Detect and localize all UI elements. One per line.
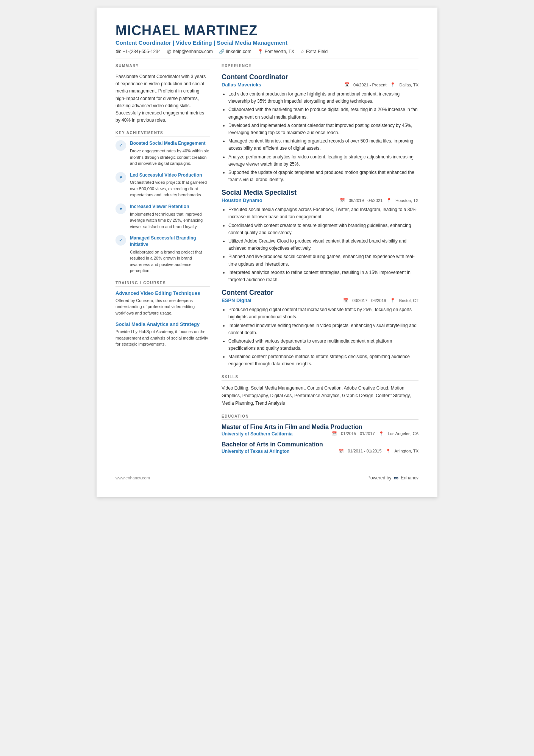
right-column: EXPERIENCE Content Coordinator Dallas Ma… — [222, 64, 418, 459]
summary-text: Passionate Content Coordinator with 3 ye… — [116, 73, 210, 124]
achievement-content-2: Led Successful Video Production Orchestr… — [130, 172, 210, 198]
job-meta-3: ESPN Digital 📅 03/2017 - 06/2019 📍 Brist… — [222, 297, 418, 303]
bullet-2-5: Interpreted analytics reports to refine … — [228, 269, 418, 283]
job-title-2: Social Media Specialist — [222, 189, 418, 197]
calendar-icon-1: 📅 — [344, 82, 350, 87]
job-dates-3: 📅 03/2017 - 06/2019 📍 Bristol, CT — [343, 298, 418, 303]
course-desc-1: Offered by Coursera, this course deepens… — [116, 297, 210, 316]
edu-dates-1: 📅 01/2015 - 01/2017 📍 Los Angeles, CA — [332, 431, 418, 436]
skills-section-title: SKILLS — [222, 375, 418, 380]
achievement-icon-check-1: ✓ — [116, 140, 126, 151]
achievement-icon-check-2: ✓ — [116, 235, 126, 246]
bullet-1-6: Supported the update of graphic template… — [228, 169, 418, 183]
footer-logo: Powered by ∞ Enhancv — [367, 474, 418, 482]
achievement-desc-2: Orchestrated video projects that garnere… — [130, 179, 210, 198]
education-section-title: EDUCATION — [222, 414, 418, 420]
footer: www.enhancv.com Powered by ∞ Enhancv — [116, 470, 418, 482]
bullet-1-2: Collaborated with the marketing team to … — [228, 106, 418, 121]
job-bullets-2: Executed social media campaigns across F… — [222, 206, 418, 283]
achievement-desc-3: Implemented techniques that improved ave… — [130, 211, 210, 230]
contact-phone: ☎ +1-(234)-555-1234 — [116, 49, 161, 54]
left-column: SUMMARY Passionate Content Coordinator w… — [116, 64, 210, 459]
edu-calendar-icon-1: 📅 — [332, 431, 337, 436]
bullet-2-3: Utilized Adobe Creative Cloud to produce… — [228, 238, 418, 252]
achievement-item-4: ✓ Managed Successful Branding Initiative… — [116, 235, 210, 274]
achievements-section-title: KEY ACHIEVEMENTS — [116, 131, 210, 136]
location-icon: 📍 — [258, 49, 263, 54]
bullet-1-5: Analyze performance analytics for video … — [228, 153, 418, 168]
bullet-3-4: Maintained content performance metrics t… — [228, 353, 418, 368]
contact-bar: ☎ +1-(234)-555-1234 @ help@enhancv.com 🔗… — [116, 49, 418, 58]
edu-pin-icon-1: 📍 — [379, 431, 384, 436]
job-dates-2: 📅 06/2019 - 04/2021 📍 Houston, TX — [340, 198, 418, 203]
brand-name: Enhancv — [401, 475, 418, 481]
contact-location: 📍 Fort Worth, TX — [258, 49, 294, 54]
summary-section-title: SUMMARY — [116, 64, 210, 69]
calendar-icon-3: 📅 — [343, 298, 348, 303]
achievement-title-2: Led Successful Video Production — [130, 172, 210, 178]
job-meta-2: Houston Dynamo 📅 06/2019 - 04/2021 📍 Hou… — [222, 197, 418, 203]
linkedin-icon: 🔗 — [219, 49, 225, 54]
powered-by-label: Powered by — [367, 475, 391, 481]
bullet-3-2: Implemented innovative editing technique… — [228, 322, 418, 337]
edu-pin-icon-2: 📍 — [386, 449, 391, 454]
job-title-3: Content Creator — [222, 289, 418, 297]
job-bullets-1: Led video content production for game hi… — [222, 91, 418, 183]
achievement-title-1: Boosted Social Media Engagement — [130, 140, 210, 147]
edu-school-2: University of Texas at Arlington — [222, 449, 289, 454]
achievement-item-2: ♥ Led Successful Video Production Orches… — [116, 172, 210, 198]
header: MICHAEL MARTINEZ Content Coordinator | V… — [116, 23, 418, 58]
achievement-item-1: ✓ Boosted Social Media Engagement Drove … — [116, 140, 210, 166]
course-title-1: Advanced Video Editing Techniques — [116, 290, 210, 296]
resume-page: MICHAEL MARTINEZ Content Coordinator | V… — [97, 8, 437, 497]
bullet-2-2: Coordinated with content creators to ens… — [228, 222, 418, 236]
edu-title-1: Master of Fine Arts in Film and Media Pr… — [222, 424, 418, 430]
candidate-name: MICHAEL MARTINEZ — [116, 23, 418, 39]
training-section-title: TRAINING / COURSES — [116, 281, 210, 286]
edu-dates-2: 📅 01/2011 - 01/2015 📍 Arlington, TX — [339, 449, 418, 454]
bullet-2-4: Planned and live-produced social content… — [228, 253, 418, 268]
bullet-1-3: Developed and implemented a content cale… — [228, 122, 418, 136]
job-title-1: Content Coordinator — [222, 73, 418, 81]
pin-icon-2: 📍 — [386, 198, 392, 203]
pin-icon-1: 📍 — [390, 82, 395, 87]
achievement-item-3: ♥ Increased Viewer Retention Implemented… — [116, 203, 210, 230]
course-title-2: Social Media Analytics and Strategy — [116, 321, 210, 327]
enhancv-logo-symbol: ∞ — [393, 474, 398, 482]
edu-meta-1: University of Southern California 📅 01/2… — [222, 431, 418, 437]
body: SUMMARY Passionate Content Coordinator w… — [116, 64, 418, 459]
job-company-2: Houston Dynamo — [222, 197, 262, 203]
bullet-1-4: Managed content libraries, maintaining o… — [228, 138, 418, 152]
job-company-3: ESPN Digital — [222, 297, 251, 303]
pin-icon-3: 📍 — [390, 298, 395, 303]
edu-meta-2: University of Texas at Arlington 📅 01/20… — [222, 449, 418, 454]
bullet-3-3: Collaborated with various departments to… — [228, 338, 418, 352]
star-icon: ☆ — [300, 49, 304, 54]
contact-extra: ☆ Extra Field — [300, 49, 328, 54]
experience-section-title: EXPERIENCE — [222, 64, 418, 69]
course-desc-2: Provided by HubSpot Academy, it focuses … — [116, 329, 210, 347]
bullet-2-1: Executed social media campaigns across F… — [228, 206, 418, 221]
phone-icon: ☎ — [116, 49, 121, 54]
edu-title-2: Bachelor of Arts in Communication — [222, 441, 418, 448]
calendar-icon-2: 📅 — [340, 198, 345, 203]
email-icon: @ — [167, 49, 171, 54]
bullet-3-1: Produced engaging digital content that i… — [228, 306, 418, 321]
achievement-content-1: Boosted Social Media Engagement Drove en… — [130, 140, 210, 166]
edu-calendar-icon-2: 📅 — [339, 449, 344, 454]
footer-website: www.enhancv.com — [116, 476, 150, 480]
contact-email: @ help@enhancv.com — [167, 49, 213, 54]
job-dates-1: 📅 04/2021 - Present 📍 Dallas, TX — [344, 82, 418, 87]
achievement-desc-4: Collaborated on a branding project that … — [130, 249, 210, 274]
skills-text: Video Editing, Social Media Management, … — [222, 384, 418, 407]
candidate-subtitle: Content Coordinator | Video Editing | So… — [116, 39, 418, 46]
edu-school-1: University of Southern California — [222, 431, 292, 437]
contact-linkedin: 🔗 linkedin.com — [219, 49, 251, 54]
achievement-icon-heart-1: ♥ — [116, 172, 126, 183]
bullet-1-1: Led video content production for game hi… — [228, 91, 418, 105]
achievement-title-4: Managed Successful Branding Initiative — [130, 235, 210, 248]
achievement-title-3: Increased Viewer Retention — [130, 203, 210, 210]
achievement-content-4: Managed Successful Branding Initiative C… — [130, 235, 210, 274]
achievement-icon-heart-2: ♥ — [116, 203, 126, 214]
job-meta-1: Dallas Mavericks 📅 04/2021 - Present 📍 D… — [222, 82, 418, 88]
